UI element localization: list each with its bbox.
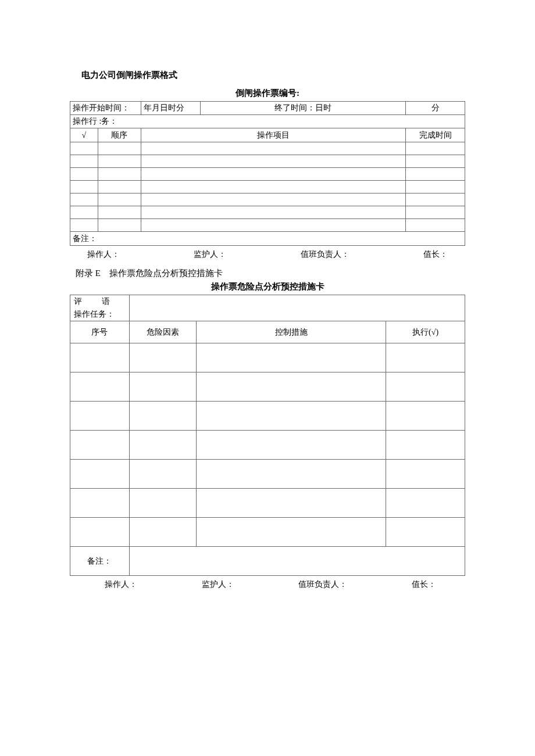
card-header-row: 序号 危险因素 控制措施 执行(√) — [70, 321, 465, 343]
card-note-row: 备注： — [70, 547, 465, 576]
sig2-operator: 操作人： — [105, 579, 137, 590]
sig2-shift-leader: 值长： — [412, 579, 436, 590]
card-comment-label: 评 语 — [70, 295, 130, 309]
sig2-duty-chief: 值班负责人： — [298, 579, 347, 590]
start-time-label: 操作开始时间： — [70, 102, 141, 115]
sig1-shift-leader: 值长： — [423, 249, 448, 260]
card-col-exec: 执行(√) — [386, 321, 465, 343]
time-row: 操作开始时间： 年月日时分 终了时间：日时 分 — [70, 102, 465, 115]
col-item: 操作项目 — [141, 128, 406, 142]
table1-row — [70, 194, 465, 206]
card-row — [70, 372, 465, 402]
table1-row — [70, 168, 465, 181]
table1-row — [70, 155, 465, 168]
risk-card-table: 评 语 操作任务： 序号 危险因素 控制措施 执行(√) 备注： — [70, 295, 465, 576]
appendix-heading: 附录 E 操作票危险点分析预控措施卡 — [70, 268, 465, 279]
table1-note-label: 备注： — [70, 232, 465, 246]
table1-row — [70, 219, 465, 232]
form-number-label: 倒闸操作票编号: — [70, 88, 465, 99]
appendix-title: 操作票危险点分析预控措施卡 — [109, 268, 223, 278]
card-comment-cell — [129, 295, 465, 321]
table1-row — [70, 206, 465, 219]
minute-label: 分 — [406, 102, 465, 115]
col-check: √ — [70, 128, 98, 142]
operation-ticket-table: 操作开始时间： 年月日时分 终了时间：日时 分 操作行 :务： √ 顺序 操作项… — [70, 101, 465, 246]
card-note-cell — [129, 547, 465, 576]
table1-row — [70, 181, 465, 194]
card-col-control: 控制措施 — [197, 321, 386, 343]
card-row — [70, 402, 465, 431]
card-row — [70, 460, 465, 489]
sig1-operator: 操作人： — [87, 249, 120, 260]
card-task-label: 操作任务： — [70, 308, 130, 321]
col-done: 完成时间 — [406, 128, 465, 142]
end-time-label: 终了时间：日时 — [201, 102, 406, 115]
card-comment-row: 评 语 — [70, 295, 465, 309]
card-row — [70, 343, 465, 372]
task-label: 操作行 :务： — [70, 115, 465, 128]
table1-header-row: √ 顺序 操作项目 完成时间 — [70, 128, 465, 142]
table1-row — [70, 142, 465, 155]
card-title: 操作票危险点分析预控措施卡 — [70, 281, 465, 292]
document-title: 电力公司倒闸操作票格式 — [70, 70, 465, 81]
appendix-letter: E — [95, 268, 101, 278]
col-seq: 顺序 — [98, 128, 141, 142]
card-note-label: 备注： — [70, 547, 130, 576]
card-row — [70, 431, 465, 460]
sig2-supervisor: 监护人： — [202, 579, 234, 590]
table1-note-row: 备注： — [70, 232, 465, 246]
card-row — [70, 489, 465, 518]
card-col-risk: 危险因素 — [129, 321, 196, 343]
page-container: 电力公司倒闸操作票格式 倒闸操作票编号: 操作开始时间： 年月日时分 终了时间：… — [0, 0, 535, 625]
sig1-supervisor: 监护人： — [194, 249, 226, 260]
signature-line-2: 操作人： 监护人： 值班负责人： 值长： — [70, 576, 465, 590]
card-col-seq: 序号 — [70, 321, 130, 343]
appendix-prefix: 附录 — [76, 268, 93, 278]
task-row: 操作行 :务： — [70, 115, 465, 128]
card-row — [70, 518, 465, 547]
signature-line-1: 操作人： 监护人： 值班负责人： 值长： — [70, 246, 465, 268]
start-time-fields: 年月日时分 — [141, 102, 201, 115]
sig1-duty-chief: 值班负责人： — [301, 249, 349, 260]
